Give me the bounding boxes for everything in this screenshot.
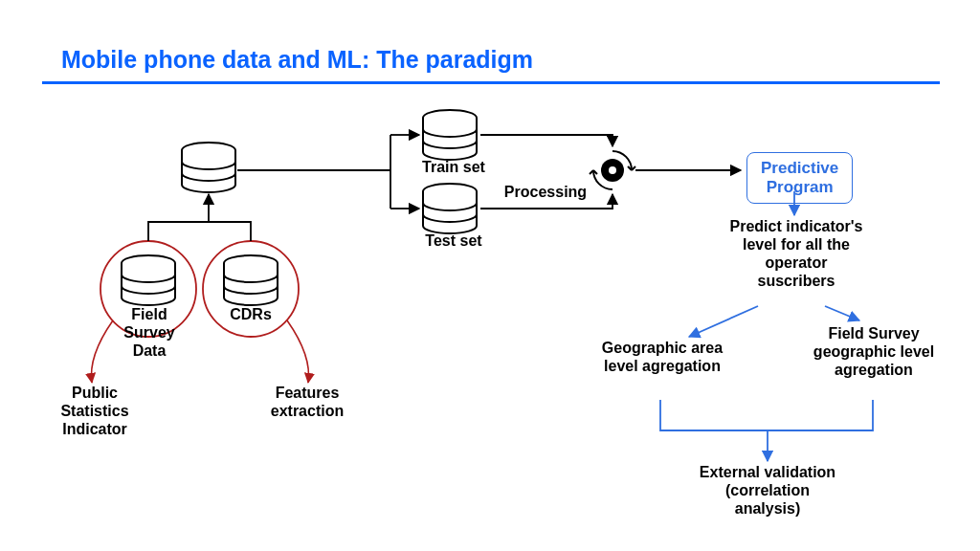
label-processing: Processing	[498, 184, 593, 202]
db-train-icon	[423, 110, 477, 160]
gear-icon	[590, 151, 635, 189]
label-predict-level: Predict indicator'slevel for all theoper…	[712, 218, 880, 291]
label-geo-area: Geographic arealevel agregation	[586, 340, 739, 376]
label-fs-geo: Field Surveygeographic levelagregation	[792, 325, 955, 380]
label-public-stats: PublicStatisticsIndicator	[42, 385, 147, 439]
label-test-set: Test set	[415, 232, 492, 251]
db-merged-icon	[182, 143, 235, 192]
db-cdrs-icon	[224, 255, 278, 305]
label-train-set: Train set	[415, 159, 492, 177]
db-field-survey-icon	[122, 255, 175, 305]
db-test-icon	[423, 184, 477, 233]
predictive-program-box: PredictiveProgram	[746, 152, 853, 204]
label-features: Featuresextraction	[255, 385, 360, 421]
label-field-survey: Field SurveyData	[105, 306, 193, 361]
slide-stage: Mobile phone data and ML: The paradigm	[0, 0, 980, 551]
label-external-validation: External validation(correlationanalysis)	[681, 464, 854, 518]
label-cdrs: CDRs	[222, 306, 279, 324]
